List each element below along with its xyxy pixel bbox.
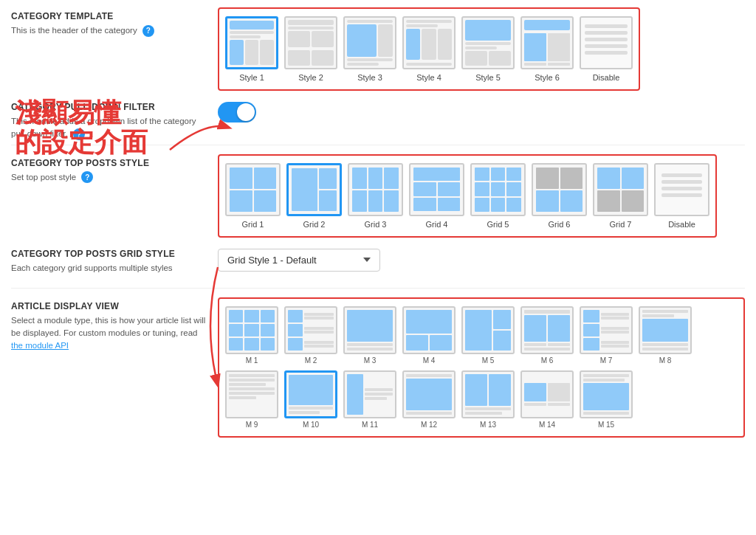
style-item-sdisable[interactable]: Disable xyxy=(580,16,633,82)
style-thumb-s3 xyxy=(343,16,396,69)
module-thumb-m8 xyxy=(639,306,692,354)
module-item-m1[interactable]: M 1 xyxy=(225,306,278,365)
style-item-s6[interactable]: Style 6 xyxy=(520,16,574,82)
category-template-label: CATEGORY TEMPLATE This is the header of … xyxy=(11,7,218,37)
style-item-s3[interactable]: Style 3 xyxy=(343,16,396,82)
style-thumb-s6 xyxy=(520,16,574,69)
module-label-m10: M 10 xyxy=(303,421,319,429)
category-pulldown-help[interactable]: ? xyxy=(73,128,85,140)
category-top-posts-help[interactable]: ? xyxy=(81,171,93,183)
style-label-s1: Style 1 xyxy=(239,73,264,82)
toggle-wrap xyxy=(218,102,745,122)
module-thumb-m10 xyxy=(284,370,337,418)
module-thumb-m5 xyxy=(461,306,515,354)
module-label-m1: M 1 xyxy=(246,356,258,365)
style-thumb-sdisable xyxy=(580,16,633,69)
grid-item-g7[interactable]: Grid 7 xyxy=(593,163,648,229)
module-item-m3[interactable]: M 3 xyxy=(343,306,396,365)
grid-label-g4: Grid 4 xyxy=(426,220,448,229)
grid-item-g2[interactable]: Grid 2 xyxy=(286,163,342,229)
module-item-m5[interactable]: M 5 xyxy=(461,306,515,365)
grid-thumb-gdisable xyxy=(654,163,709,216)
module-item-m11[interactable]: M 11 xyxy=(343,370,396,429)
grid-style-dropdown-value: Grid Style 1 - Default xyxy=(227,255,317,266)
category-top-posts-desc: Set top post style ? xyxy=(11,171,207,184)
grid-thumb-g4 xyxy=(409,163,464,216)
module-thumb-m11 xyxy=(343,370,396,418)
grid-style-dropdown[interactable]: Grid Style 1 - Default xyxy=(218,249,380,272)
pulldown-toggle[interactable] xyxy=(218,102,256,122)
category-template-title: CATEGORY TEMPLATE xyxy=(11,11,207,21)
module-label-m9: M 9 xyxy=(246,421,258,429)
grid-label-g1: Grid 1 xyxy=(242,220,264,229)
style-item-s1[interactable]: Style 1 xyxy=(225,16,278,82)
style-item-s5[interactable]: Style 5 xyxy=(461,16,515,82)
style-label-s5: Style 5 xyxy=(475,73,501,82)
dropdown-arrow-icon xyxy=(363,258,371,262)
grid-thumb-g1 xyxy=(225,163,281,216)
grid-item-g3[interactable]: Grid 3 xyxy=(348,163,403,229)
article-display-label: ARTICLE DISPLAY VIEW Select a module typ… xyxy=(11,297,218,353)
grid-item-g1[interactable]: Grid 1 xyxy=(225,163,281,229)
grid-label-g2: Grid 2 xyxy=(303,220,326,229)
module-item-m2[interactable]: M 2 xyxy=(284,306,337,365)
module-api-link[interactable]: the module API xyxy=(11,341,69,350)
grid-thumb-g5 xyxy=(470,163,526,216)
style-item-s2[interactable]: Style 2 xyxy=(284,16,337,82)
module-item-m9[interactable]: M 9 xyxy=(225,370,278,429)
module-label-m13: M 13 xyxy=(480,421,496,429)
grid-item-g6[interactable]: Grid 6 xyxy=(532,163,587,229)
module-item-m15[interactable]: M 15 xyxy=(580,370,633,429)
module-item-m12[interactable]: M 12 xyxy=(402,370,456,429)
article-module-grid: M 1 M 2 xyxy=(218,297,745,438)
module-thumb-m2 xyxy=(284,306,337,354)
article-display-desc: Select a module type, this is how your a… xyxy=(11,314,207,353)
style-label-s2: Style 2 xyxy=(298,73,323,82)
category-template-style-grid: Style 1 xyxy=(218,7,640,91)
module-label-m12: M 12 xyxy=(421,421,437,429)
style-item-s4[interactable]: Style 4 xyxy=(402,16,456,82)
top-posts-grid: Grid 1 Grid 2 xyxy=(218,154,717,238)
style-thumb-s4 xyxy=(402,16,456,69)
module-thumb-m3 xyxy=(343,306,396,354)
module-item-m8[interactable]: M 8 xyxy=(639,306,692,365)
module-thumb-m4 xyxy=(402,306,456,354)
grid-thumb-g3 xyxy=(348,163,403,216)
style-label-s3: Style 3 xyxy=(357,73,382,82)
grid-item-g5[interactable]: Grid 5 xyxy=(470,163,526,229)
module-thumb-m13 xyxy=(461,370,515,418)
top-posts-grid-style-title: CATEGORY TOP POSTS GRID STYLE xyxy=(11,249,207,259)
module-item-m6[interactable]: M 6 xyxy=(520,306,574,365)
module-thumb-m7 xyxy=(580,306,633,354)
grid-label-g7: Grid 7 xyxy=(610,220,632,229)
module-item-m7[interactable]: M 7 xyxy=(580,306,633,365)
module-label-m6: M 6 xyxy=(541,356,554,365)
category-template-content: Style 1 xyxy=(218,7,745,91)
grid-item-g4[interactable]: Grid 4 xyxy=(409,163,464,229)
module-label-m5: M 5 xyxy=(482,356,495,365)
module-item-m10[interactable]: M 10 xyxy=(284,370,337,429)
category-pulldown-label: CATEGORY PULL-DOWN FILTER This module ad… xyxy=(11,98,218,141)
module-item-m14[interactable]: M 14 xyxy=(520,370,574,429)
category-top-posts-title: CATEGORY TOP POSTS STYLE xyxy=(11,158,207,168)
top-posts-grid-style-desc: Each category grid supports multiple sty… xyxy=(11,262,207,275)
grid-thumb-g6 xyxy=(532,163,587,216)
module-label-m15: M 15 xyxy=(598,421,614,429)
module-label-m4: M 4 xyxy=(423,356,436,365)
module-label-m11: M 11 xyxy=(362,421,378,429)
module-thumb-m14 xyxy=(520,370,574,418)
article-display-content: M 1 M 2 xyxy=(218,297,745,438)
category-top-posts-label: CATEGORY TOP POSTS STYLE Set top post st… xyxy=(11,154,218,184)
module-item-m13[interactable]: M 13 xyxy=(461,370,515,429)
style-thumb-s2 xyxy=(284,16,337,69)
style-thumb-s1 xyxy=(225,16,278,69)
category-top-posts-content: Grid 1 Grid 2 xyxy=(218,154,745,238)
module-thumb-m6 xyxy=(520,306,574,354)
grid-style-dropdown-wrap: Grid Style 1 - Default xyxy=(218,249,745,272)
category-template-help[interactable]: ? xyxy=(142,25,154,37)
module-item-m4[interactable]: M 4 xyxy=(402,306,456,365)
grid-label-g6: Grid 6 xyxy=(549,220,571,229)
grid-thumb-g2 xyxy=(286,163,342,216)
grid-item-gdisable[interactable]: Disable xyxy=(654,163,709,229)
toggle-knob xyxy=(237,103,255,121)
